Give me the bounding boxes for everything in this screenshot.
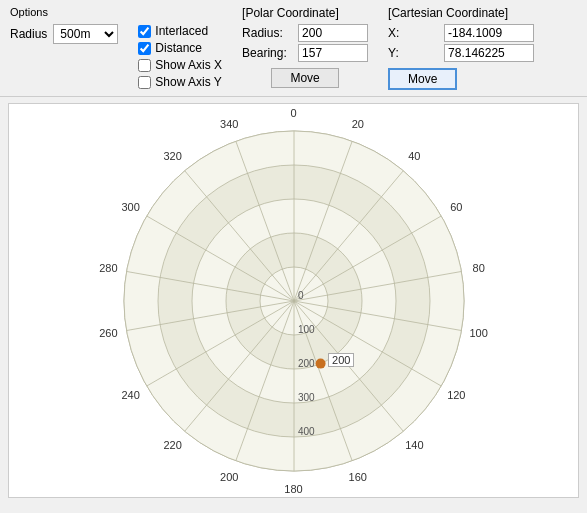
radius-select[interactable]: 100m 200m 500m 1000m: [53, 24, 118, 44]
radius-label: Radius: [10, 27, 47, 41]
polar-chart: 0100200300400 02040608010012014016018020…: [114, 121, 474, 481]
chart-area: 0100200300400 02040608010012014016018020…: [8, 103, 579, 498]
polar-radius-row: Radius:: [242, 24, 368, 42]
show-axis-x-checkbox[interactable]: [138, 59, 151, 72]
cartesian-y-input[interactable]: [444, 44, 534, 62]
polar-svg: 0100200300400: [114, 121, 474, 481]
cartesian-move-button[interactable]: Move: [388, 68, 457, 90]
cartesian-x-row: X:: [388, 24, 534, 42]
polar-section: [Polar Coordinate] Radius: Bearing: Move: [242, 6, 368, 88]
cartesian-x-label: X:: [388, 26, 438, 40]
polar-bearing-label: Bearing:: [242, 46, 292, 60]
cartesian-title: [Cartesian Coordinate]: [388, 6, 508, 20]
angle-label: 80: [473, 262, 485, 274]
distance-row: Distance: [138, 41, 222, 55]
cartesian-x-input[interactable]: [444, 24, 534, 42]
polar-move-button[interactable]: Move: [271, 68, 338, 88]
distance-checkbox[interactable]: [138, 42, 151, 55]
checkboxes-group: Interlaced Distance Show Axis X Show Axi…: [138, 6, 222, 89]
show-axis-x-label: Show Axis X: [155, 58, 222, 72]
options-group: Options Radius 100m 200m 500m 1000m: [10, 6, 118, 44]
angle-label: 0: [290, 107, 296, 119]
svg-text:200: 200: [298, 358, 315, 369]
polar-bearing-input[interactable]: [298, 44, 368, 62]
angle-label: 180: [284, 483, 302, 495]
interlaced-checkbox[interactable]: [138, 25, 151, 38]
cartesian-y-row: Y:: [388, 44, 534, 62]
svg-text:100: 100: [298, 324, 315, 335]
interlaced-label: Interlaced: [155, 24, 208, 38]
svg-text:300: 300: [298, 392, 315, 403]
svg-text:0: 0: [298, 290, 304, 301]
interlaced-row: Interlaced: [138, 24, 222, 38]
options-label: Options: [10, 6, 118, 18]
top-panel: Options Radius 100m 200m 500m 1000m Inte…: [0, 0, 587, 97]
show-axis-y-row: Show Axis Y: [138, 75, 222, 89]
polar-title: [Polar Coordinate]: [242, 6, 339, 20]
radius-row: Radius 100m 200m 500m 1000m: [10, 24, 118, 44]
svg-point-29: [315, 358, 325, 368]
polar-bearing-row: Bearing:: [242, 44, 368, 62]
svg-text:400: 400: [298, 426, 315, 437]
polar-radius-label: Radius:: [242, 26, 292, 40]
show-axis-x-row: Show Axis X: [138, 58, 222, 72]
cartesian-y-label: Y:: [388, 46, 438, 60]
distance-label: Distance: [155, 41, 202, 55]
cartesian-section: [Cartesian Coordinate] X: Y: Move: [388, 6, 534, 90]
show-axis-y-label: Show Axis Y: [155, 75, 221, 89]
show-axis-y-checkbox[interactable]: [138, 76, 151, 89]
polar-radius-input[interactable]: [298, 24, 368, 42]
